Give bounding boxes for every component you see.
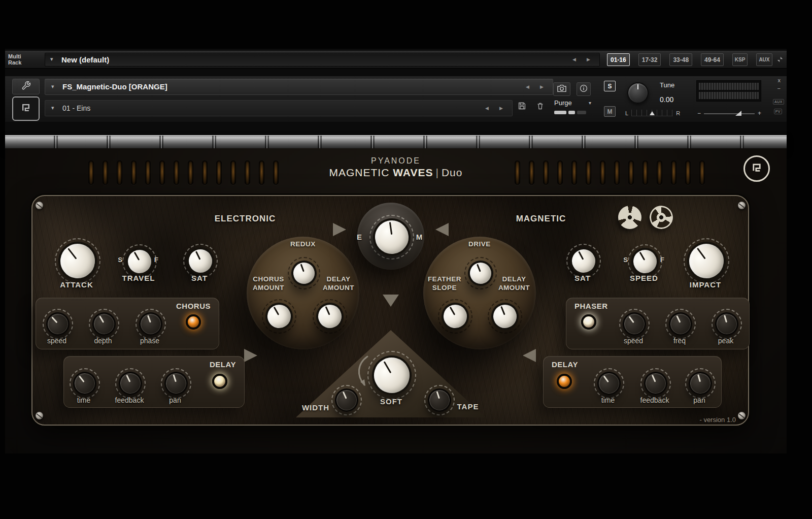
page-17-32-button[interactable]: 17-32 (638, 53, 661, 66)
chorus-amount-label2: AMOUNT (243, 284, 294, 291)
volume-control[interactable]: − + (697, 110, 761, 117)
delete-button[interactable] (535, 102, 545, 112)
delay-pan-label-magnetic: pan (676, 396, 722, 404)
phaser-panel-title: PHASER (574, 302, 608, 310)
delay-pan-label-electronic: pan (152, 396, 198, 404)
travel-max-label: F (152, 256, 160, 264)
page-49-64-button[interactable]: 49-64 (701, 53, 724, 66)
pv-toggle[interactable]: PV (774, 109, 782, 114)
feather-label: FEATHER (419, 275, 470, 283)
panel-screw (36, 412, 43, 419)
pan-slider[interactable] (631, 110, 673, 116)
kontakt-window: MultiRack ▾ New (default) ◀ ▶ 01-16 17-3… (0, 0, 812, 519)
info-button[interactable] (577, 82, 591, 96)
delay-pan-knob-electronic[interactable] (161, 368, 191, 399)
knob-face (686, 369, 715, 398)
knob-face (713, 310, 741, 339)
chorus-amount-knob[interactable] (262, 299, 296, 334)
volume-slider-handle[interactable] (735, 111, 741, 116)
tune-knob[interactable] (627, 82, 649, 104)
delay-time-label-electronic: time (61, 396, 107, 404)
speed-label-magnetic: SPEED (614, 274, 674, 282)
phaser-power-led[interactable] (581, 314, 596, 330)
ksp-button[interactable]: KSP (732, 53, 748, 66)
phaser-peak-knob[interactable] (712, 309, 742, 339)
title-separator: | (435, 167, 438, 178)
sat-knob-electronic[interactable] (183, 244, 218, 278)
fs-logo-glyph-icon (19, 101, 33, 117)
delay-pan-knob-magnetic[interactable] (685, 368, 716, 399)
slope-label: SLOPE (419, 284, 470, 291)
delay-electronic-power-led[interactable] (212, 374, 227, 389)
redux-label: REDUX (273, 240, 333, 248)
attack-knob[interactable] (55, 238, 100, 284)
chorus-depth-knob[interactable] (89, 309, 119, 339)
feather-slope-knob[interactable] (438, 299, 472, 334)
version-label: - version 1.0 (660, 416, 736, 424)
aux-toggle[interactable]: AUX (773, 99, 784, 105)
flow-arrow-left-to-tape (244, 349, 257, 362)
aux-button[interactable]: AUX (756, 53, 772, 66)
delay-time-knob-magnetic[interactable] (594, 368, 624, 399)
page-01-16-button[interactable]: 01-16 (607, 53, 630, 66)
pan-control[interactable]: L R (625, 110, 680, 116)
delay-amount-label2-magnetic: AMOUNT (489, 284, 539, 291)
patch-bar[interactable]: ▾ 01 - Eins ◀ ▶ (45, 100, 513, 116)
collapse-rack-icon[interactable] (776, 56, 784, 65)
delay-feedback-knob-electronic[interactable] (115, 368, 146, 399)
close-instrument-button[interactable]: x (778, 77, 781, 83)
caret-down-icon: ▾ (50, 56, 53, 62)
phaser-speed-knob[interactable] (619, 309, 650, 339)
minimize-instrument-button[interactable]: − (777, 85, 781, 91)
mute-button[interactable]: M (604, 106, 616, 117)
save-button[interactable] (517, 102, 527, 112)
tape-reel-icon-left (618, 206, 641, 229)
chorus-amount-label: CHORUS (243, 275, 294, 283)
snapshot-camera-button[interactable] (553, 82, 570, 96)
soft-knob[interactable] (367, 351, 416, 400)
prev-multi-icon[interactable]: ◀ (572, 57, 576, 62)
travel-min-label: S (116, 256, 124, 264)
drive-label: DRIVE (449, 240, 510, 248)
prev-instrument-icon[interactable]: ◀ (526, 85, 529, 89)
solo-button[interactable]: S (604, 81, 616, 91)
tune-value[interactable]: 0.00 (660, 95, 673, 104)
sat-knob-magnetic[interactable] (566, 244, 601, 278)
next-patch-icon[interactable]: ▶ (499, 106, 503, 111)
blend-knob[interactable] (369, 215, 414, 260)
width-label: WIDTH (293, 403, 339, 412)
delay-magnetic-power-led[interactable] (557, 374, 572, 389)
volume-slider[interactable] (704, 110, 755, 116)
title-waves: WAVES (393, 167, 433, 178)
flow-arrow-right-to-blend (435, 223, 449, 236)
title-duo: Duo (442, 167, 463, 178)
delay-feedback-knob-magnetic[interactable] (640, 368, 671, 399)
phaser-freq-knob[interactable] (665, 309, 696, 339)
chorus-power-led[interactable] (186, 314, 201, 330)
page-33-48-button[interactable]: 33-48 (669, 53, 692, 66)
delay-amount-label2-electronic: AMOUNT (313, 284, 364, 291)
delay-amount-knob-magnetic[interactable] (488, 299, 522, 334)
next-multi-icon[interactable]: ▶ (587, 57, 590, 62)
purge-menu[interactable]: Purge (554, 99, 572, 107)
instrument-title-bar[interactable]: ▾ FS_Magnetic-Duo [ORANGE] ◀ ▶ (45, 79, 553, 95)
flow-arrow-down (383, 295, 399, 307)
instrument-name: FS_Magnetic-Duo [ORANGE] (62, 82, 167, 91)
chorus-phase-knob[interactable] (136, 309, 166, 339)
next-instrument-icon[interactable]: ▶ (540, 85, 544, 89)
purge-caret-icon: ▾ (589, 101, 591, 106)
flow-arrow-left-to-blend (333, 223, 346, 236)
phaser-speed-label: speed (611, 337, 656, 345)
delay-feedback-label-magnetic: feedback (632, 396, 678, 404)
sat-label-magnetic: SAT (552, 274, 613, 282)
multi-preset-dropdown[interactable]: ▾ New (default) ◀ ▶ (45, 53, 600, 67)
edit-instrument-button[interactable] (12, 79, 40, 94)
tape-knob[interactable] (424, 385, 455, 415)
instrument-header: ▾ FS_Magnetic-Duo [ORANGE] ◀ ▶ ▾ 01 - Ei… (5, 76, 787, 122)
delay-time-knob-electronic[interactable] (70, 368, 100, 399)
delay-amount-knob-electronic[interactable] (313, 299, 347, 334)
chorus-speed-knob[interactable] (43, 309, 73, 339)
prev-patch-icon[interactable]: ◀ (485, 106, 489, 111)
chorus-depth-label: depth (80, 337, 126, 345)
impact-knob[interactable] (684, 238, 729, 284)
